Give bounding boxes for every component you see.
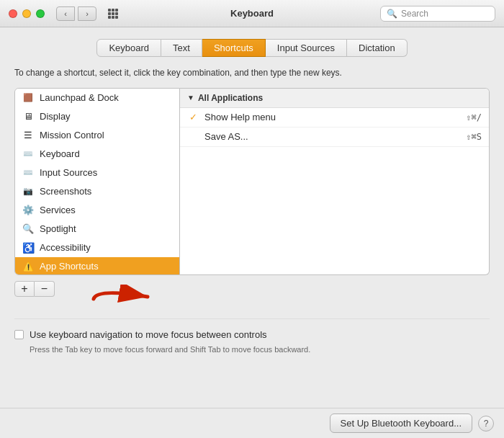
- shortcut-keys-save-as: ⇧⌘S: [466, 132, 482, 142]
- category-app-shortcuts-label: App Shortcuts: [40, 261, 99, 272]
- bottom-bar: Set Up Bluetooth Keyboard... ?: [0, 408, 504, 438]
- category-mission-control[interactable]: ☰ Mission Control: [15, 126, 179, 145]
- hint-text: Press the Tab key to move focus forward …: [30, 344, 490, 355]
- shortcut-name-show-help: Show Help menu: [204, 112, 460, 122]
- shortcut-row-show-help[interactable]: ✓ Show Help menu ⇧⌘/: [180, 108, 489, 128]
- search-placeholder: Search: [401, 9, 428, 19]
- category-keyboard[interactable]: ⌨️ Keyboard: [15, 145, 179, 164]
- search-box[interactable]: 🔍 Search: [380, 6, 495, 22]
- category-input-sources[interactable]: ⌨️ Input Sources: [15, 164, 179, 182]
- remove-shortcut-button[interactable]: −: [35, 281, 55, 297]
- shortcuts-panel: ▼ All Applications ✓ Show Help menu ⇧⌘/ …: [180, 88, 490, 275]
- launchpad-icon: 🟫: [22, 92, 34, 104]
- window-title: Keyboard: [230, 8, 274, 19]
- category-input-sources-label: Input Sources: [40, 167, 97, 178]
- category-display-label: Display: [40, 111, 71, 122]
- category-services[interactable]: ⚙️ Services: [15, 201, 179, 220]
- add-shortcut-button[interactable]: +: [14, 281, 35, 297]
- help-button[interactable]: ?: [478, 416, 494, 432]
- category-display[interactable]: 🖥 Display: [15, 107, 179, 126]
- app-shortcuts-icon: ⚠️: [22, 261, 34, 272]
- triangle-icon: ▼: [187, 94, 194, 102]
- category-services-label: Services: [40, 205, 76, 215]
- category-accessibility-label: Accessibility: [40, 242, 91, 253]
- shortcut-group-header: ▼ All Applications: [180, 89, 489, 108]
- bottom-section: Use keyboard navigation to move focus be…: [14, 318, 490, 355]
- shortcut-group-label: All Applications: [198, 93, 263, 103]
- keyboard-nav-label: Use keyboard navigation to move focus be…: [30, 329, 267, 340]
- nav-buttons: ‹ ›: [56, 6, 96, 21]
- display-icon: 🖥: [22, 111, 34, 122]
- category-mission-control-label: Mission Control: [40, 130, 104, 140]
- category-launchpad[interactable]: 🟫 Launchpad & Dock: [15, 89, 179, 107]
- minimize-button[interactable]: [22, 9, 31, 18]
- services-icon: ⚙️: [22, 205, 34, 216]
- bluetooth-keyboard-button[interactable]: Set Up Bluetooth Keyboard...: [330, 414, 472, 433]
- tab-input-sources[interactable]: Input Sources: [266, 39, 347, 57]
- category-app-shortcuts[interactable]: ⚠️ App Shortcuts: [15, 257, 179, 275]
- tab-dictation[interactable]: Dictation: [347, 39, 408, 57]
- category-keyboard-label: Keyboard: [40, 148, 80, 159]
- back-button[interactable]: ‹: [56, 6, 75, 21]
- keyboard-nav-row: Use keyboard navigation to move focus be…: [14, 329, 490, 340]
- traffic-lights: [9, 9, 45, 18]
- mission-control-icon: ☰: [22, 130, 34, 141]
- accessibility-icon: ♿: [22, 242, 34, 254]
- close-button[interactable]: [9, 9, 17, 18]
- spotlight-icon: 🔍: [22, 223, 34, 235]
- maximize-button[interactable]: [36, 9, 45, 18]
- tab-shortcuts[interactable]: Shortcuts: [202, 39, 266, 57]
- shortcut-row-save-as[interactable]: ✓ Save AS... ⇧⌘S: [180, 128, 489, 147]
- add-remove-bar: + −: [14, 281, 490, 297]
- shortcut-name-save-as: Save AS...: [204, 131, 460, 142]
- input-sources-icon: ⌨️: [22, 167, 34, 179]
- description-text: To change a shortcut, select it, click t…: [14, 67, 490, 79]
- category-accessibility[interactable]: ♿ Accessibility: [15, 238, 179, 257]
- titlebar: ‹ › Keyboard 🔍 Search: [0, 0, 504, 27]
- category-screenshots[interactable]: 📷 Screenshots: [15, 182, 179, 201]
- tabs: Keyboard Text Shortcuts Input Sources Di…: [14, 39, 490, 57]
- keyboard-icon: ⌨️: [22, 148, 34, 160]
- category-spotlight-label: Spotlight: [40, 223, 76, 234]
- search-icon: 🔍: [387, 9, 397, 19]
- shortcut-check-save-as[interactable]: ✓: [187, 131, 199, 143]
- tab-text[interactable]: Text: [161, 39, 202, 57]
- panels: 🟫 Launchpad & Dock 🖥 Display ☰ Mission C…: [14, 88, 490, 275]
- category-launchpad-label: Launchpad & Dock: [40, 92, 119, 103]
- categories-panel: 🟫 Launchpad & Dock 🖥 Display ☰ Mission C…: [14, 88, 180, 275]
- red-arrow-hint: [90, 285, 155, 311]
- tab-keyboard[interactable]: Keyboard: [96, 39, 161, 57]
- main-content: Keyboard Text Shortcuts Input Sources Di…: [0, 27, 504, 367]
- grid-button[interactable]: [104, 6, 122, 21]
- grid-icon: [108, 9, 118, 19]
- category-spotlight[interactable]: 🔍 Spotlight: [15, 220, 179, 238]
- category-screenshots-label: Screenshots: [40, 186, 91, 197]
- keyboard-nav-checkbox[interactable]: [14, 330, 24, 339]
- shortcut-keys-show-help: ⇧⌘/: [466, 112, 482, 122]
- forward-button[interactable]: ›: [78, 6, 96, 21]
- shortcut-check-show-help[interactable]: ✓: [187, 112, 199, 123]
- screenshots-icon: 📷: [22, 186, 34, 197]
